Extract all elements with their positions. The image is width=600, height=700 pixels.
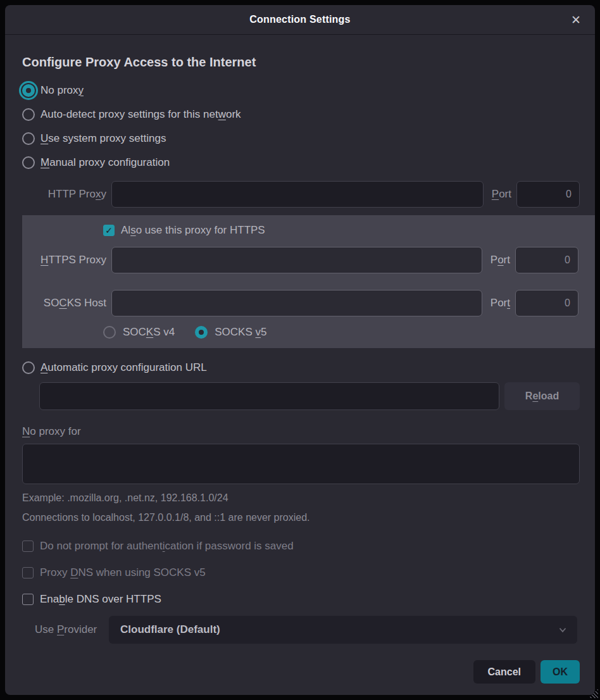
provider-selected-value: Cloudflare (Default) — [120, 623, 220, 636]
dialog-title: Connection Settings — [249, 14, 350, 25]
proxy-dns-socks5-label: Proxy DNS when using SOCKS v5 — [40, 566, 206, 579]
radio-socks-v4[interactable] — [103, 326, 116, 339]
manual-proxy-highlight-band: ✓ Also use this proxy for HTTPS HTTPS Pr… — [22, 215, 595, 348]
socks-host-label: SOCKS Host — [22, 297, 106, 309]
dialog-titlebar: Connection Settings ✕ — [5, 5, 595, 35]
radio-row-manual-proxy[interactable]: Manual proxy configuration — [22, 151, 580, 175]
http-proxy-input[interactable] — [111, 181, 484, 208]
no-prompt-auth-label: Do not prompt for authentication if pass… — [40, 540, 294, 553]
dns-over-https-row[interactable]: Enable DNS over HTTPS — [22, 593, 580, 606]
radio-system-proxy-label: Use system proxy settings — [41, 132, 166, 145]
no-prompt-auth-checkbox[interactable] — [22, 541, 34, 552]
page-title: Configure Proxy Access to the Internet — [22, 55, 580, 70]
radio-socks-v5-label: SOCKS v5 — [215, 326, 266, 339]
socks-port-label: Port — [487, 297, 510, 309]
http-proxy-label: HTTP Proxy — [22, 188, 106, 201]
connection-settings-dialog: Connection Settings ✕ Configure Proxy Ac… — [5, 5, 595, 695]
radio-socks-v4-label: SOCKS v4 — [123, 326, 175, 339]
radio-row-system-proxy[interactable]: Use system proxy settings — [22, 127, 580, 151]
radio-row-no-proxy[interactable]: No proxy — [22, 78, 580, 103]
proxy-dns-socks5-checkbox[interactable] — [22, 567, 34, 578]
auto-url-input[interactable] — [39, 382, 499, 410]
socks-port-input[interactable] — [515, 290, 578, 316]
checkmark-icon: ✓ — [105, 226, 113, 235]
socks-host-row: SOCKS Host Port — [22, 290, 578, 316]
radio-manual-proxy-label: Manual proxy configuration — [41, 156, 170, 169]
http-proxy-row: HTTP Proxy Port — [22, 181, 580, 208]
radio-row-auto-detect[interactable]: Auto-detect proxy settings for this netw… — [22, 103, 580, 127]
dns-over-https-checkbox[interactable] — [22, 594, 34, 605]
dialog-footer: Cancel OK — [22, 660, 580, 684]
socks-version-row: SOCKS v4 SOCKS v5 — [22, 324, 578, 341]
https-proxy-row: HTTPS Proxy Port — [22, 247, 578, 273]
dns-over-https-label: Enable DNS over HTTPS — [40, 593, 161, 606]
also-https-checkbox[interactable]: ✓ — [103, 225, 115, 236]
radio-row-auto-url[interactable]: Automatic proxy configuration URL — [22, 358, 580, 377]
proxy-dns-socks5-row[interactable]: Proxy DNS when using SOCKS v5 — [22, 566, 580, 579]
radio-auto-url-label: Automatic proxy configuration URL — [41, 361, 207, 374]
also-https-label: Also use this proxy for HTTPS — [121, 224, 265, 237]
also-https-checkbox-row[interactable]: ✓ Also use this proxy for HTTPS — [22, 223, 578, 238]
https-proxy-label: HTTPS Proxy — [22, 254, 106, 266]
reload-button[interactable]: Reload — [504, 382, 580, 410]
no-proxy-for-example: Example: .mozilla.org, .net.nz, 192.168.… — [22, 492, 580, 504]
http-port-label: Port — [489, 188, 511, 201]
close-button[interactable]: ✕ — [566, 9, 586, 30]
radio-no-proxy-label: No proxy — [41, 84, 84, 97]
https-port-input[interactable] — [515, 247, 578, 273]
radio-system-proxy[interactable] — [22, 132, 35, 145]
no-prompt-auth-row[interactable]: Do not prompt for authentication if pass… — [22, 540, 580, 553]
localhost-note: Connections to localhost, 127.0.0.1/8, a… — [22, 512, 580, 523]
provider-label: Use Provider — [35, 623, 109, 636]
radio-auto-detect-label: Auto-detect proxy settings for this netw… — [41, 108, 241, 121]
ok-button[interactable]: OK — [541, 660, 580, 684]
radio-socks-v5[interactable] — [195, 326, 208, 339]
radio-auto-detect[interactable] — [22, 108, 35, 121]
socks-host-input[interactable] — [111, 290, 482, 316]
auto-url-row: Reload — [39, 382, 580, 410]
cancel-button[interactable]: Cancel — [473, 660, 535, 684]
http-port-input[interactable] — [516, 181, 580, 208]
radio-manual-proxy[interactable] — [22, 156, 35, 169]
dialog-content: Configure Proxy Access to the Internet N… — [5, 35, 595, 695]
provider-dropdown[interactable]: Cloudflare (Default) — [109, 616, 577, 644]
provider-row: Use Provider Cloudflare (Default) — [22, 616, 580, 644]
radio-auto-url[interactable] — [22, 361, 35, 374]
no-proxy-for-textarea[interactable] — [22, 444, 580, 484]
close-icon: ✕ — [571, 13, 581, 27]
https-port-label: Port — [487, 254, 510, 266]
no-proxy-for-label: No proxy for — [22, 425, 580, 438]
https-proxy-input[interactable] — [111, 247, 482, 273]
chevron-down-icon — [557, 624, 568, 635]
radio-no-proxy[interactable] — [22, 84, 35, 97]
